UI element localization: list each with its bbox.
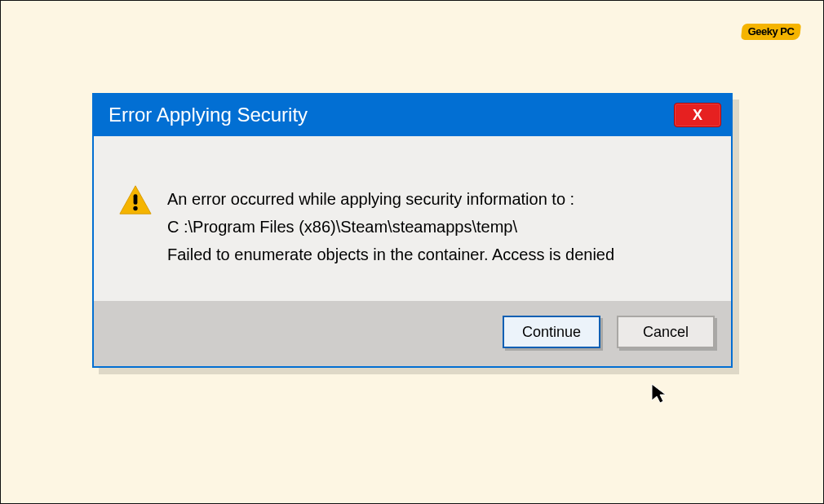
- close-icon: X: [693, 107, 702, 124]
- logo-text: Geeky PC: [748, 25, 795, 38]
- continue-button[interactable]: Continue: [503, 316, 600, 348]
- dialog-content: An error occurred while applying securit…: [94, 135, 731, 301]
- cursor-icon: [650, 382, 668, 409]
- dialog-titlebar[interactable]: Error Applying Security X: [94, 95, 731, 135]
- message-line-3: Failed to enumerate objects in the conta…: [167, 241, 614, 268]
- brand-logo: Geeky PC: [742, 24, 800, 40]
- svg-marker-3: [652, 384, 666, 403]
- message-line-1: An error occurred while applying securit…: [167, 185, 614, 213]
- svg-rect-1: [134, 194, 138, 204]
- cancel-label: Cancel: [643, 324, 689, 341]
- message-line-2: C :\Program Files (x86)\Steam\steamapps\…: [167, 213, 614, 241]
- error-dialog: Error Applying Security X An error occur…: [92, 93, 733, 368]
- logo-swash: Geeky PC: [741, 24, 801, 40]
- dialog-title: Error Applying Security: [109, 104, 308, 126]
- cancel-button[interactable]: Cancel: [617, 316, 715, 348]
- continue-label: Continue: [522, 324, 581, 341]
- warning-icon: [118, 183, 153, 218]
- close-button[interactable]: X: [674, 103, 721, 127]
- svg-point-2: [133, 206, 137, 210]
- dialog-message: An error occurred while applying securit…: [167, 185, 614, 268]
- dialog-button-row: Continue Cancel: [94, 301, 731, 366]
